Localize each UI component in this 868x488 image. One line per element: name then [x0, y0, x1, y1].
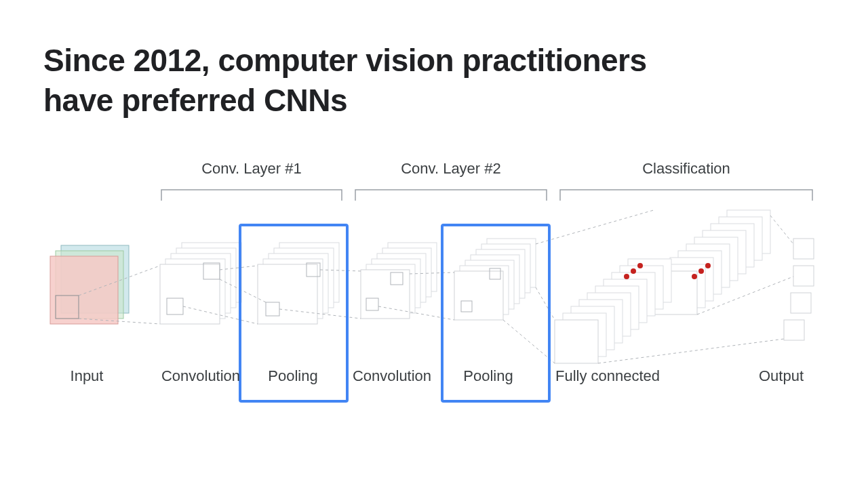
input-tiles [50, 245, 129, 324]
svg-point-58 [692, 274, 697, 279]
svg-rect-8 [160, 264, 220, 324]
svg-rect-15 [258, 264, 317, 324]
section-label-conv2: Conv. Layer #2 [401, 160, 501, 177]
svg-rect-61 [793, 239, 814, 259]
section-label-classification: Classification [642, 160, 730, 177]
bracket-conv2: Conv. Layer #2 [355, 160, 547, 201]
stage-label-pool-b: Pooling [463, 367, 513, 384]
svg-rect-63 [791, 293, 811, 313]
stage-label-output: Output [759, 367, 804, 384]
svg-point-59 [698, 268, 704, 274]
svg-line-74 [536, 210, 654, 244]
stage-label-fc: Fully connected [555, 367, 660, 384]
fc-stacks [555, 210, 770, 363]
svg-rect-32 [454, 271, 503, 320]
diagram-svg: Conv. Layer #1 Conv. Layer #2 Classifica… [0, 0, 868, 488]
svg-point-57 [637, 263, 643, 268]
svg-line-79 [598, 339, 784, 363]
svg-rect-23 [361, 270, 410, 319]
bracket-classification: Classification [560, 160, 812, 201]
pool2-stack [454, 239, 536, 320]
svg-rect-2 [50, 256, 118, 324]
stage-label-conv-b: Convolution [353, 367, 431, 384]
conv2-stack [361, 243, 437, 319]
svg-line-75 [536, 287, 555, 320]
bracket-conv1: Conv. Layer #1 [161, 160, 342, 201]
svg-rect-54 [555, 320, 598, 363]
svg-rect-62 [793, 266, 814, 286]
svg-point-55 [624, 274, 629, 279]
pool1-stack [258, 243, 339, 324]
output-nodes [784, 239, 814, 340]
svg-line-77 [770, 216, 793, 244]
slide: Since 2012, computer vision practitioner… [0, 0, 868, 488]
svg-point-56 [631, 268, 636, 274]
stage-label-conv-a: Convolution [161, 367, 240, 384]
svg-line-76 [503, 320, 555, 363]
stage-label-pool-a: Pooling [268, 367, 317, 384]
section-label-conv1: Conv. Layer #1 [201, 160, 302, 177]
svg-point-60 [705, 263, 711, 268]
conv1-stack [160, 243, 241, 324]
svg-rect-64 [784, 320, 804, 340]
stage-label-input: Input [71, 367, 104, 384]
